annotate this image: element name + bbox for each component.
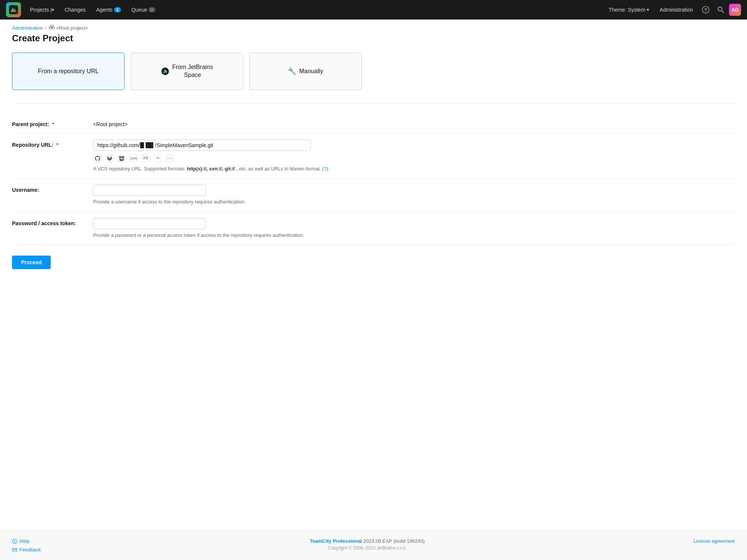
parent-project-value: <Root project> — [93, 119, 735, 127]
tc-logo-icon — [8, 5, 19, 15]
projects-nav[interactable]: Projects | ▾ — [26, 5, 59, 15]
top-navigation: Projects | ▾ Changes Agents 1 Queue 0 Th… — [0, 0, 747, 20]
projects-chevron-icon: ▾ — [52, 7, 54, 12]
changes-nav[interactable]: Changes — [60, 5, 90, 15]
svg-rect-3 — [11, 11, 14, 12]
footer-product-info: TeamCity Professional 2023.09 EAP (build… — [310, 538, 425, 544]
svn-vcs-icon[interactable]: SVN — [129, 154, 138, 163]
feedback-envelope-icon — [12, 547, 17, 552]
svg-text:?: ? — [704, 7, 707, 13]
perforce-vcs-icon[interactable]: P4 — [141, 154, 150, 163]
breadcrumb: Administration / <Root project> — [0, 20, 747, 33]
question-icon: ? — [702, 6, 709, 14]
password-label: Password / access token: — [12, 218, 87, 226]
search-icon-button[interactable] — [714, 4, 727, 16]
repo-url-label: From a repository URL — [38, 68, 99, 75]
manually-label: Manually — [299, 68, 323, 75]
jetbrains-space-card-content: From JetBrains Space — [161, 63, 213, 79]
agents-count-badge: 1 — [114, 7, 121, 12]
parent-project-field: <Root project> — [93, 119, 735, 127]
manually-card[interactable]: 🔧 Manually — [249, 53, 362, 90]
password-row: Password / access token: Provide a passw… — [12, 212, 735, 245]
page-content: Create Project From a repository URL Fro… — [0, 33, 747, 530]
tfvc-vcs-icon[interactable]: TF — [153, 154, 162, 163]
parent-project-label: Parent project: * — [12, 119, 87, 127]
required-star: * — [52, 121, 54, 127]
wrench-icon: 🔧 — [288, 67, 296, 75]
root-project-icon — [49, 25, 55, 31]
administration-nav[interactable]: Administration — [655, 5, 697, 15]
repo-url-field-label: Repository URL: * — [12, 140, 87, 148]
svg-rect-8 — [49, 27, 51, 29]
svg-rect-9 — [52, 27, 54, 29]
help-circle-icon: ? — [12, 539, 17, 544]
feedback-link[interactable]: Feedback — [12, 547, 41, 552]
breadcrumb-admin-link[interactable]: Administration — [12, 25, 43, 31]
create-project-form: Parent project: * <Root project> Reposit… — [12, 104, 735, 245]
queue-count-badge: 0 — [149, 7, 155, 12]
page-footer: ? Help Feedback TeamCity Professional 20… — [0, 530, 747, 560]
app-logo[interactable] — [6, 2, 21, 17]
page-title: Create Project — [12, 33, 735, 44]
password-field: Provide a password or a personal access … — [93, 218, 735, 239]
bitbucket-vcs-icon[interactable] — [117, 154, 126, 163]
username-help: Provide a username if access to the repo… — [93, 198, 735, 206]
jetbrains-line1: From JetBrains — [172, 64, 213, 70]
product-name-link[interactable]: TeamCity Professional — [310, 538, 363, 544]
repo-url-required-star: * — [56, 142, 58, 148]
help-link[interactable]: ? Help — [12, 538, 41, 544]
agents-nav[interactable]: Agents 1 — [92, 5, 125, 15]
gitlab-vcs-icon[interactable] — [105, 154, 114, 163]
username-row: Username: Provide a username if access t… — [12, 179, 735, 212]
svg-line-7 — [722, 11, 724, 13]
username-field: Provide a username if access to the repo… — [93, 185, 735, 206]
svg-point-6 — [718, 7, 722, 11]
username-input[interactable] — [93, 185, 206, 196]
parent-project-row: Parent project: * <Root project> — [12, 113, 735, 134]
password-help: Provide a password or a personal access … — [93, 232, 735, 239]
user-avatar[interactable]: AD — [729, 4, 741, 16]
footer-center: TeamCity Professional 2023.09 EAP (build… — [310, 538, 425, 551]
svg-rect-10 — [51, 25, 53, 27]
repo-url-card-content: From a repository URL — [38, 68, 99, 75]
jetbrains-space-icon — [161, 67, 169, 75]
jetbrains-line2: Space — [184, 72, 201, 78]
license-agreement-link[interactable]: License agreement — [693, 538, 735, 544]
search-icon — [717, 6, 724, 14]
vcs-formats-help-link[interactable]: (?) — [322, 166, 328, 172]
help-icon-button[interactable]: ? — [699, 4, 712, 16]
repo-url-field: SVN P4 TF ⋯ A VCS repository URL. Suppor… — [93, 140, 735, 173]
breadcrumb-separator: / — [45, 25, 47, 31]
manually-card-content: 🔧 Manually — [288, 67, 323, 75]
queue-nav[interactable]: Queue 0 — [127, 5, 160, 15]
repo-url-help: A VCS repository URL. Supported formats:… — [93, 165, 735, 173]
breadcrumb-root-item: <Root project> — [49, 25, 88, 31]
svg-text:?: ? — [14, 540, 16, 543]
footer-right: License agreement — [693, 538, 735, 544]
proceed-button[interactable]: Proceed — [12, 256, 51, 269]
jetbrains-space-card[interactable]: From JetBrains Space — [131, 53, 243, 90]
theme-chevron-icon: ▾ — [647, 7, 649, 12]
footer-left: ? Help Feedback — [12, 538, 41, 552]
repo-url-card[interactable]: From a repository URL — [12, 53, 125, 90]
github-vcs-icon[interactable] — [93, 154, 102, 163]
footer-copyright: Copyright © 2006–2023 JetBrains s.r.o. — [310, 545, 425, 551]
repo-url-row: Repository URL: * — [12, 134, 735, 179]
theme-selector[interactable]: Theme: System ▾ — [604, 5, 654, 15]
method-cards-container: From a repository URL From JetBrains Spa… — [12, 53, 735, 90]
repo-url-input[interactable] — [93, 140, 311, 151]
star-vcs-icon[interactable]: ⋯ — [165, 154, 174, 163]
username-label: Username: — [12, 185, 87, 193]
password-input[interactable] — [93, 218, 206, 229]
vcs-icons-row: SVN P4 TF ⋯ — [93, 154, 735, 163]
